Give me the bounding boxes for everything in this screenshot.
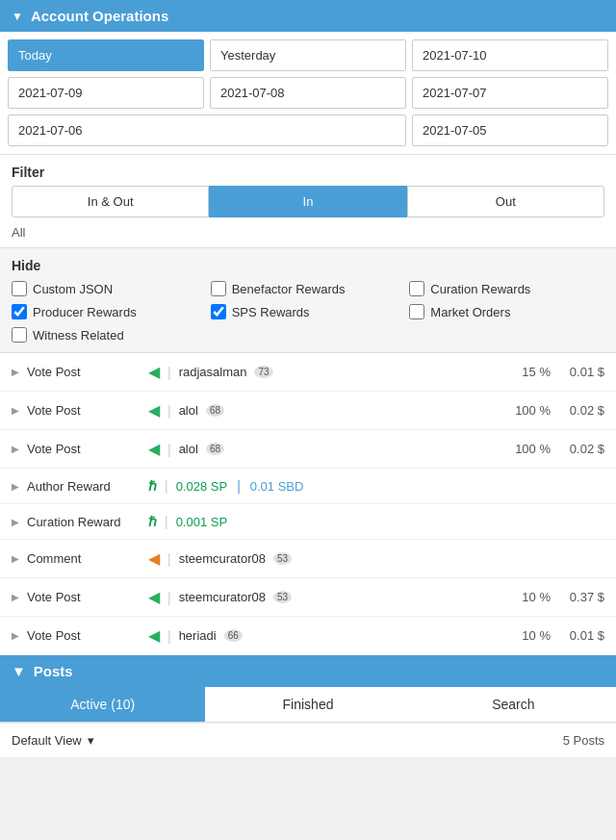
date-grid: Today Yesterday 2021-07-10 2021-07-09 20… bbox=[0, 32, 616, 155]
filter-out-tab[interactable]: Out bbox=[407, 186, 604, 217]
expand-icon[interactable]: ▶ bbox=[12, 481, 19, 492]
op-sp-value: 0.028 SP bbox=[176, 479, 228, 494]
hide-benefactor-rewards-checkbox[interactable] bbox=[211, 281, 226, 296]
op-type-label: Author Reward bbox=[27, 479, 142, 494]
op-badge: 66 bbox=[224, 629, 243, 642]
table-row: ▶ Author Reward ℏ | 0.028 SP | 0.01 SBD bbox=[0, 469, 616, 504]
date-2021-07-05-button[interactable]: 2021-07-05 bbox=[412, 115, 608, 146]
op-value: 0.02 $ bbox=[556, 403, 604, 418]
expand-icon[interactable]: ▶ bbox=[12, 553, 19, 564]
table-row: ▶ Vote Post ◀ | alol68 100 % 0.02 $ bbox=[0, 392, 616, 430]
chevron-down-icon[interactable]: ▾ bbox=[88, 733, 94, 748]
op-user-label: alol bbox=[179, 442, 198, 456]
vote-direction-icon: ◀ bbox=[148, 440, 160, 458]
hide-market-orders[interactable]: Market Orders bbox=[409, 304, 604, 319]
posts-footer: Default View ▾ 5 Posts bbox=[0, 723, 616, 757]
op-badge: 68 bbox=[206, 443, 224, 455]
separator: | bbox=[165, 514, 168, 529]
op-user-label: heriadi bbox=[179, 628, 217, 643]
filter-in-out-tab[interactable]: In & Out bbox=[12, 186, 209, 217]
op-type-label: Vote Post bbox=[27, 628, 142, 643]
hide-producer-rewards-label: Producer Rewards bbox=[33, 305, 137, 319]
vote-direction-icon: ◀ bbox=[148, 588, 160, 606]
op-value: 0.02 $ bbox=[556, 442, 604, 456]
filter-tabs: In & Out In Out bbox=[12, 186, 604, 217]
hide-custom-json-checkbox[interactable] bbox=[12, 281, 27, 296]
hide-grid: Custom JSON Benefactor Rewards Curation … bbox=[12, 281, 604, 343]
date-today-button[interactable]: Today bbox=[8, 39, 204, 71]
hide-curation-rewards-checkbox[interactable] bbox=[409, 281, 424, 296]
hide-benefactor-rewards[interactable]: Benefactor Rewards bbox=[211, 281, 406, 296]
posts-section-arrow-icon: ▼ bbox=[12, 663, 26, 679]
posts-count: 5 Posts bbox=[563, 733, 604, 748]
hide-curation-rewards[interactable]: Curation Rewards bbox=[409, 281, 604, 296]
op-user-label: alol bbox=[179, 403, 198, 418]
date-2021-07-09-button[interactable]: 2021-07-09 bbox=[8, 77, 204, 109]
hide-sps-rewards-label: SPS Rewards bbox=[232, 305, 310, 319]
posts-title: Posts bbox=[34, 663, 73, 679]
op-sp-value: 0.001 SP bbox=[176, 515, 228, 529]
op-type-label: Vote Post bbox=[27, 403, 142, 418]
account-operations-header: ▼ Account Operations bbox=[0, 0, 616, 32]
table-row: ▶ Vote Post ◀ | radjasalman73 15 % 0.01 … bbox=[0, 353, 616, 392]
filter-in-tab[interactable]: In bbox=[209, 186, 406, 217]
op-badge: 53 bbox=[273, 552, 292, 565]
op-percent: 100 % bbox=[502, 442, 551, 456]
posts-search-tab[interactable]: Search bbox=[411, 687, 616, 722]
separator: | bbox=[167, 365, 171, 380]
table-row: ▶ Curation Reward ℏ | 0.001 SP bbox=[0, 504, 616, 540]
hide-sps-rewards[interactable]: SPS Rewards bbox=[211, 304, 406, 319]
hide-producer-rewards[interactable]: Producer Rewards bbox=[12, 304, 207, 319]
steem-logo-icon: ℏ bbox=[148, 478, 157, 494]
separator: | bbox=[167, 442, 171, 457]
table-row: ▶ Comment ◀ | steemcurator0853 bbox=[0, 540, 616, 578]
table-row: ▶ Vote Post ◀ | heriadi66 10 % 0.01 $ bbox=[0, 617, 616, 655]
vote-direction-icon: ◀ bbox=[148, 401, 160, 420]
op-value: 0.37 $ bbox=[556, 590, 604, 604]
hide-sps-rewards-checkbox[interactable] bbox=[211, 304, 226, 319]
date-yesterday-button[interactable]: Yesterday bbox=[210, 39, 406, 71]
posts-finished-tab[interactable]: Finished bbox=[205, 687, 410, 722]
separator: | bbox=[167, 590, 171, 605]
vote-direction-icon: ◀ bbox=[148, 363, 160, 381]
hide-producer-rewards-checkbox[interactable] bbox=[12, 304, 27, 319]
hide-market-orders-checkbox[interactable] bbox=[409, 304, 424, 319]
expand-icon[interactable]: ▶ bbox=[12, 444, 19, 454]
separator: | bbox=[167, 403, 171, 419]
expand-icon[interactable]: ▶ bbox=[12, 592, 19, 602]
op-badge: 73 bbox=[254, 366, 272, 378]
date-2021-07-07-button[interactable]: 2021-07-07 bbox=[412, 77, 608, 109]
op-percent: 15 % bbox=[502, 365, 551, 379]
op-value: 0.01 $ bbox=[556, 365, 604, 379]
hide-witness-related-label: Witness Related bbox=[33, 328, 124, 343]
op-badge: 68 bbox=[206, 404, 224, 417]
expand-icon[interactable]: ▶ bbox=[12, 517, 19, 527]
expand-icon[interactable]: ▶ bbox=[12, 630, 19, 641]
op-badge: 53 bbox=[273, 591, 292, 603]
op-user-label: steemcurator08 bbox=[179, 551, 266, 566]
separator: | bbox=[165, 478, 168, 494]
posts-header: ▼ Posts bbox=[0, 655, 616, 687]
hide-custom-json[interactable]: Custom JSON bbox=[12, 281, 207, 296]
separator: | bbox=[167, 551, 171, 567]
hide-custom-json-label: Custom JSON bbox=[33, 282, 113, 296]
table-row: ▶ Vote Post ◀ | alol68 100 % 0.02 $ bbox=[0, 430, 616, 469]
posts-active-tab[interactable]: Active (10) bbox=[0, 687, 205, 722]
date-2021-07-08-button[interactable]: 2021-07-08 bbox=[210, 77, 406, 109]
hide-benefactor-rewards-label: Benefactor Rewards bbox=[232, 282, 346, 296]
expand-icon[interactable]: ▶ bbox=[12, 367, 19, 377]
date-2021-07-10-button[interactable]: 2021-07-10 bbox=[412, 39, 608, 71]
hide-curation-rewards-label: Curation Rewards bbox=[430, 282, 530, 296]
expand-icon[interactable]: ▶ bbox=[12, 405, 19, 416]
hide-witness-related[interactable]: Witness Related bbox=[12, 327, 207, 343]
posts-footer-view: Default View ▾ bbox=[12, 733, 94, 748]
op-percent: 10 % bbox=[502, 590, 551, 604]
operations-list: ▶ Vote Post ◀ | radjasalman73 15 % 0.01 … bbox=[0, 353, 616, 655]
hide-market-orders-label: Market Orders bbox=[430, 305, 510, 319]
separator: | bbox=[167, 628, 171, 644]
filter-section: Filter In & Out In Out All bbox=[0, 155, 616, 248]
op-type-label: Vote Post bbox=[27, 442, 142, 456]
date-2021-07-06-button[interactable]: 2021-07-06 bbox=[8, 115, 406, 146]
hide-witness-related-checkbox[interactable] bbox=[12, 327, 27, 343]
posts-tabs: Active (10) Finished Search bbox=[0, 687, 616, 723]
